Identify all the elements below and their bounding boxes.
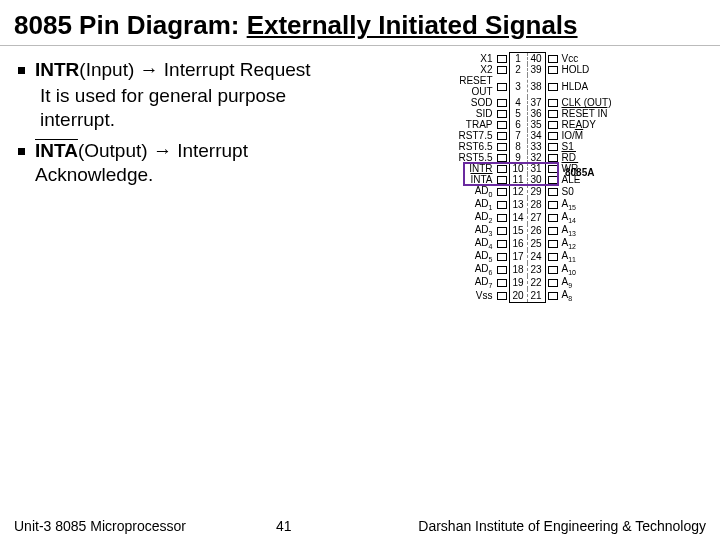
pin-num-left: 5 (509, 108, 527, 119)
pin-box-left (495, 185, 510, 198)
bullet-line: INTR(Input) → Interrupt Request (35, 58, 311, 82)
pin-num-right: 28 (527, 198, 545, 211)
bullet-item: INTR(Input) → Interrupt Request (18, 58, 348, 82)
diagram-column: X1140VccX2239HOLDRESET OUT338HLDASOD437C… (358, 52, 706, 303)
pin-label-right: RESET IN (560, 108, 620, 119)
pin-row: X2239HOLD (445, 64, 620, 75)
pin-label-right: A10 (560, 263, 620, 276)
pin-label-left: TRAP (445, 119, 495, 130)
pin-label-right: A13 (560, 224, 620, 237)
pin-label-right: S0 (560, 185, 620, 198)
pin-label-right: RD (560, 152, 620, 163)
pin-box-right (545, 276, 560, 289)
pin-box-left (495, 75, 510, 97)
pin-label-right: A14 (560, 211, 620, 224)
pin-row: TRAP635READY (445, 119, 620, 130)
pin-label-right: A9 (560, 276, 620, 289)
pin-box-right (545, 64, 560, 75)
pin-label-left: Vss (445, 289, 495, 302)
pin-row: AD51724A11 (445, 250, 620, 263)
chip-diagram: X1140VccX2239HOLDRESET OUT338HLDASOD437C… (358, 52, 706, 303)
pin-label-left: AD6 (445, 263, 495, 276)
pin-row: SID536RESET IN (445, 108, 620, 119)
page-title: 8085 Pin Diagram: Externally Initiated S… (0, 0, 720, 45)
pin-row: X1140Vcc (445, 53, 620, 65)
bullet-marker (18, 67, 25, 74)
pin-label-right: A12 (560, 237, 620, 250)
pin-box-left (495, 198, 510, 211)
pin-box-left (495, 141, 510, 152)
pin-box-right (545, 163, 560, 174)
footer: Unit-3 8085 Microprocessor 41 Darshan In… (0, 512, 720, 540)
pin-box-right (545, 185, 560, 198)
pin-label-left: INTA (445, 174, 495, 185)
pin-box-left (495, 163, 510, 174)
pin-num-left: 10 (509, 163, 527, 174)
footer-page-number: 41 (186, 518, 418, 534)
pin-label-right: HLDA (560, 75, 620, 97)
pin-box-left (495, 250, 510, 263)
bullet-line: INTA(Output) → Interrupt Acknowledge. (35, 139, 348, 187)
pin-box-left (495, 211, 510, 224)
pin-num-left: 1 (509, 53, 527, 65)
pin-row: RESET OUT338HLDA (445, 75, 620, 97)
bullet-marker (18, 148, 25, 155)
pin-num-right: 26 (527, 224, 545, 237)
pin-label-left: AD7 (445, 276, 495, 289)
pin-num-left: 11 (509, 174, 527, 185)
pin-box-left (495, 276, 510, 289)
pin-num-right: 21 (527, 289, 545, 302)
pin-row: AD11328A15 (445, 198, 620, 211)
pin-label-left: RST7.5 (445, 130, 495, 141)
pin-num-left: 20 (509, 289, 527, 302)
pin-num-left: 14 (509, 211, 527, 224)
pin-num-left: 16 (509, 237, 527, 250)
pin-box-left (495, 237, 510, 250)
text-column: INTR(Input) → Interrupt RequestIt is use… (18, 52, 348, 303)
pin-row: AD71922A9 (445, 276, 620, 289)
pin-box-right (545, 174, 560, 185)
pin-num-left: 9 (509, 152, 527, 163)
pin-num-right: 30 (527, 174, 545, 185)
pin-label-left: X2 (445, 64, 495, 75)
pin-label-left: AD0 (445, 185, 495, 198)
pin-box-left (495, 130, 510, 141)
pin-num-right: 35 (527, 119, 545, 130)
pin-num-left: 3 (509, 75, 527, 97)
pin-label-right: A8 (560, 289, 620, 302)
pin-box-left (495, 97, 510, 108)
pin-num-left: 4 (509, 97, 527, 108)
pin-label-right: READY (560, 119, 620, 130)
bullet-item: INTA(Output) → Interrupt Acknowledge. (18, 139, 348, 187)
title-plain: 8085 Pin Diagram: (14, 10, 247, 40)
pin-box-left (495, 263, 510, 276)
pin-num-left: 18 (509, 263, 527, 276)
pin-box-right (545, 289, 560, 302)
pin-label-left: X1 (445, 53, 495, 65)
pin-box-left (495, 108, 510, 119)
pin-box-right (545, 198, 560, 211)
bullet-desc: It is used for general purpose interrupt… (40, 84, 348, 132)
pin-num-right: 33 (527, 141, 545, 152)
pin-num-right: 39 (527, 64, 545, 75)
title-underlined: Externally Initiated Signals (247, 10, 578, 40)
bullet-term: INTA (35, 140, 78, 161)
pin-num-right: 38 (527, 75, 545, 97)
pin-box-right (545, 130, 560, 141)
pin-label-left: RESET OUT (445, 75, 495, 97)
pin-num-right: 31 (527, 163, 545, 174)
pin-label-right: Vcc (560, 53, 620, 65)
pin-box-left (495, 224, 510, 237)
pin-label-left: AD5 (445, 250, 495, 263)
pin-num-left: 6 (509, 119, 527, 130)
content-area: INTR(Input) → Interrupt RequestIt is use… (0, 52, 720, 303)
pin-num-left: 15 (509, 224, 527, 237)
chip-label: 8085A (565, 167, 594, 178)
pin-num-left: 13 (509, 198, 527, 211)
pin-num-right: 40 (527, 53, 545, 65)
pin-row: AD21427A14 (445, 211, 620, 224)
pin-box-left (495, 64, 510, 75)
pin-row: SOD437CLK (OUT) (445, 97, 620, 108)
pin-box-left (495, 152, 510, 163)
pin-num-right: 22 (527, 276, 545, 289)
